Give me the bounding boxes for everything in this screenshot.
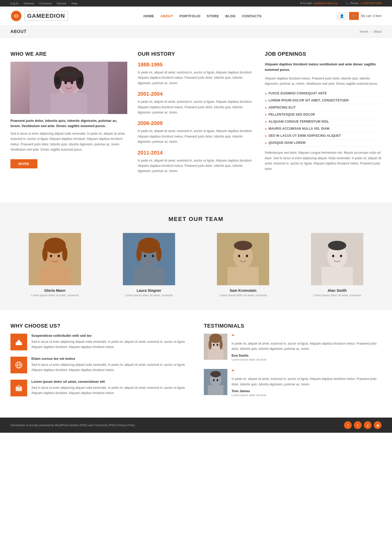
testimonial-item: " In pede mi, aliquet sit amet, euismod … <box>204 369 382 397</box>
svg-point-41 <box>18 340 20 342</box>
cart-text: My cart: 0 item <box>361 14 382 18</box>
svg-point-31 <box>234 241 252 250</box>
breadcrumb: Home › About <box>360 30 382 33</box>
why-item-title: Lorem ipsum dolor sit amet, consectetuer… <box>31 380 188 384</box>
job-list-item: SED IN LACUS UT ENIM ADIPISCING ALIQUET <box>265 132 382 139</box>
jobs-intro-text: Aliquam dapibus tincidunt metus. Praesen… <box>265 76 382 87</box>
job-openings-section: JOB OPENINGS Aliquam dapibus tincidunt m… <box>265 51 382 174</box>
svg-rect-9 <box>55 77 60 84</box>
who-bold-text: Praesent justo dolor, lobortis quis, lob… <box>10 118 127 128</box>
why-item-title: Suspendisse sollicitudin velit sed leo <box>31 334 188 338</box>
phone-info: 📞 Phone: +1 800 559 6380 <box>345 2 382 5</box>
why-list: Suspendisse sollicitudin velit sed leo S… <box>10 334 188 396</box>
svg-rect-10 <box>78 77 82 84</box>
testimonial-sub: Lorem ipsum dolor sit amet <box>232 358 382 361</box>
svg-point-52 <box>213 344 215 346</box>
job-list-item: QUISQUE DIAM LOREM <box>265 139 382 146</box>
why-item-content: Lorem ipsum dolor sit amet, consectetuer… <box>31 380 188 396</box>
testimonial-photo <box>204 369 227 395</box>
svg-rect-5 <box>50 93 87 114</box>
testimonials-section: TESTIMONIALS " In pede mi, aliquet sit a… <box>204 323 382 405</box>
social-twitter[interactable]: t <box>354 421 362 429</box>
cart-button[interactable]: 🛒 <box>349 12 359 20</box>
svg-rect-51 <box>208 350 223 360</box>
svg-point-11 <box>64 81 67 84</box>
testimonial-item: " In pede mi, aliquet sit amet, euismod … <box>204 334 382 361</box>
job-list-item: LOREM IPSUM DOLOR SIT AMET, CONSECTETUER <box>265 97 382 104</box>
topbar-login[interactable]: Log In <box>10 2 19 5</box>
svg-point-1 <box>15 15 17 17</box>
our-history-section: OUR HISTORY 1988-1995In pede mi, aliquet… <box>138 51 255 174</box>
nav-about[interactable]: ABOUT <box>160 14 173 18</box>
testimonials-heading: TESTIMONIALS <box>204 323 382 329</box>
team-grid: Gloria MannLorem ipsum dolor sit amet, c… <box>10 233 382 297</box>
svg-rect-38 <box>321 267 353 285</box>
topbar-checkout[interactable]: Checkout <box>39 2 51 5</box>
team-heading: MEET OUR TEAM <box>10 216 382 223</box>
social-facebook[interactable]: f <box>344 421 352 429</box>
team-member-desc: Lorem ipsum dolor sit amet, consecte <box>293 294 382 297</box>
header: GAMEEDION HOME ABOUT PORTFOLIO STORE BLO… <box>0 7 392 26</box>
topbar-help[interactable]: Help <box>72 2 78 5</box>
svg-rect-26 <box>133 267 165 285</box>
social-rss[interactable]: ◉ <box>374 421 382 429</box>
history-text: In pede mi, aliquet sit amet, euismod in… <box>138 128 255 144</box>
team-member-desc: Lorem ipsum dolor sit amet, consecte <box>199 294 287 297</box>
testimonial-content: " In pede mi, aliquet sit amet, euismod … <box>232 334 382 361</box>
user-icon-button[interactable]: 👤 <box>337 12 347 20</box>
nav-portfolio[interactable]: PORTFOLIO <box>180 14 200 18</box>
nav-contacts[interactable]: CONTACTS <box>242 14 262 18</box>
team-member-name: Alan Smith <box>293 288 382 293</box>
team-photo <box>10 233 99 285</box>
svg-point-16 <box>42 247 48 261</box>
quote-mark: " <box>232 369 382 375</box>
why-icon <box>10 357 27 373</box>
svg-point-12 <box>71 81 73 84</box>
team-member-desc: Lorem ipsum dolor sit amet, consecte <box>10 294 99 297</box>
svg-rect-57 <box>208 385 223 395</box>
email-info: ✉ E-mail: mail@demolink.org <box>300 2 338 5</box>
jobs-intro-bold: Aliquam dapibus tincidunt metus vestibul… <box>265 62 382 73</box>
team-member: Gloria MannLorem ipsum dolor sit amet, c… <box>10 233 99 297</box>
testimonial-photo <box>204 334 227 360</box>
who-image <box>10 62 127 114</box>
history-text: In pede mi, aliquet sit amet, euismod in… <box>138 99 255 115</box>
svg-point-49 <box>209 340 212 349</box>
main-nav: HOME ABOUT PORTFOLIO STORE BLOG CONTACTS <box>143 14 262 18</box>
breadcrumb-home[interactable]: Home <box>360 30 368 33</box>
who-image-svg <box>10 62 127 114</box>
testimonial-content: " In pede mi, aliquet sit amet, euismod … <box>232 369 382 397</box>
footer-text: Gameedion is proudly powered by WordPres… <box>10 424 135 427</box>
more-button[interactable]: MORE <box>10 159 37 168</box>
why-icon <box>10 334 27 350</box>
topbar-discont[interactable]: Discont <box>57 2 66 5</box>
why-item: Suspendisse sollicitudin velit sed leo S… <box>10 334 188 350</box>
topbar-delivery[interactable]: Delivery <box>24 2 34 5</box>
testimonial-text: In pede mi, aliquet sit amet, euismod in… <box>232 376 382 387</box>
nav-store[interactable]: STORE <box>207 14 219 18</box>
nav-home[interactable]: HOME <box>143 14 154 18</box>
svg-point-33 <box>238 255 240 257</box>
footer-social: f t y ◉ <box>344 421 382 429</box>
why-item-content: Etiam cursus leo vel metus Sed in lacus … <box>31 357 188 373</box>
team-photo <box>199 233 287 285</box>
job-list-item: ADIPISCING ELIT <box>265 104 382 111</box>
job-list: FUSCE EUISMOD CONSEQUAT ANTELOREM IPSUM … <box>265 90 382 146</box>
svg-rect-18 <box>39 267 71 285</box>
why-testimonials-section: WHY CHOOSE US? Suspendisse sollicitudin … <box>0 310 392 418</box>
who-body-text: Sed in lacus ut enim adipiscing aliquet … <box>10 131 127 152</box>
history-year: 2011-2014 <box>138 150 255 156</box>
who-heading: WHO WE ARE <box>10 51 127 57</box>
why-heading: WHY CHOOSE US? <box>10 323 188 329</box>
svg-point-24 <box>136 247 142 261</box>
team-member: Laura StegnerLorem ipsum dolor sit amet,… <box>105 233 193 297</box>
social-youtube[interactable]: y <box>364 421 372 429</box>
logo-icon <box>10 10 22 22</box>
nav-blog[interactable]: BLOG <box>225 14 236 18</box>
testimonials-list: " In pede mi, aliquet sit amet, euismod … <box>204 334 382 397</box>
logo-text: GAMEEDION <box>24 11 68 21</box>
svg-point-39 <box>332 255 334 257</box>
svg-point-17 <box>62 247 67 261</box>
top-bar-left: Log In Delivery Checkout Discont Help <box>10 2 77 5</box>
svg-point-40 <box>340 255 342 257</box>
